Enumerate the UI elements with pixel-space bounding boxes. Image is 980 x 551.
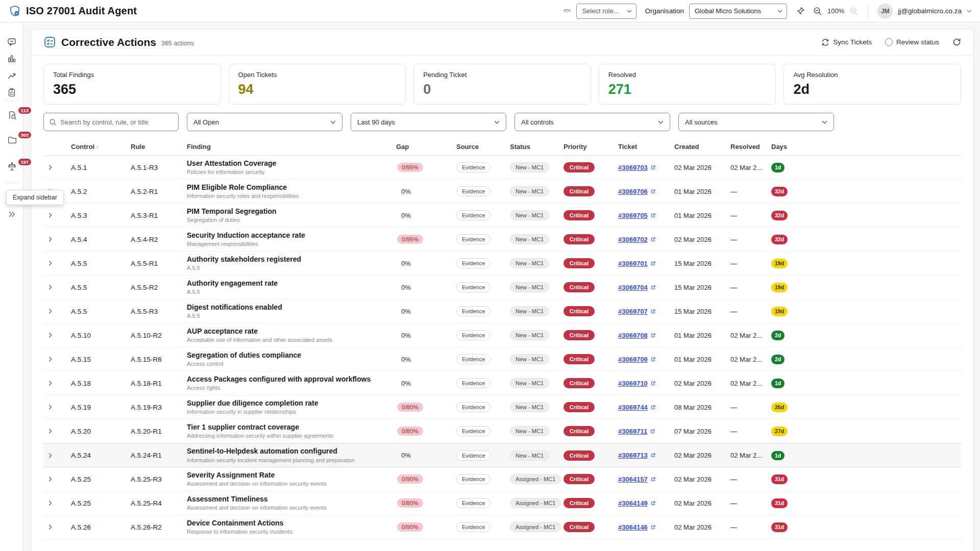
source-badge: Evidence [456, 186, 491, 196]
sidebar-item-cases[interactable]: 302 [0, 131, 23, 147]
user-avatar[interactable]: JM [877, 4, 893, 19]
ticket-link[interactable]: #3069711 [618, 428, 647, 435]
ticket-link[interactable]: #3064146 [618, 523, 648, 531]
ticket-link[interactable]: #3069705 [618, 212, 648, 219]
finding-title: Assessment Timeliness [187, 495, 396, 504]
filter-status-dropdown[interactable]: All Open [187, 113, 342, 131]
table-row[interactable]: A.5.18 A.5.18-R1 Access Packages configu… [43, 371, 961, 395]
expand-sidebar-button[interactable] [0, 206, 23, 222]
role-view-eye-icon [563, 7, 571, 15]
sidebar: 113 302 197 [0, 22, 23, 551]
sidebar-item-checklist[interactable] [0, 84, 23, 101]
ticket-link[interactable]: #3069708 [618, 332, 648, 339]
sidebar-item-compliance[interactable]: 197 [0, 158, 23, 174]
table-row[interactable]: A.5.10 A.5.10-R2 AUP acceptance rate Acc… [43, 323, 961, 347]
column-header-rule[interactable]: Rule↑ [131, 143, 187, 151]
row-expand-chevron-icon[interactable] [47, 380, 53, 386]
column-header-control[interactable]: Control↑ [71, 143, 131, 151]
row-expand-chevron-icon[interactable] [47, 500, 53, 506]
column-header-label: Gap [396, 143, 409, 151]
row-expand-chevron-icon[interactable] [47, 404, 53, 410]
table-row[interactable]: A.5.25 A.5.25-R3 Severity Assignment Rat… [43, 467, 961, 491]
column-header-resolved[interactable]: Resolved↑ [730, 143, 771, 151]
zoom-out-icon[interactable] [813, 7, 822, 16]
sidebar-item-chat[interactable] [0, 34, 23, 50]
role-select[interactable]: Select role... [576, 4, 636, 19]
review-status-radio[interactable] [885, 38, 893, 46]
table-row[interactable]: A.5.3 A.5.3-R1 PIM Temporal Segregation … [43, 204, 961, 228]
sidebar-item-findings[interactable]: 113 [0, 107, 23, 123]
sync-tickets-button[interactable]: Sync Tickets [821, 38, 872, 46]
column-header-gap[interactable]: Gap↑ [396, 143, 456, 151]
table-row[interactable]: A.5.19 A.5.19-R3 Supplier due diligence … [43, 395, 961, 419]
row-expand-chevron-icon[interactable] [47, 236, 53, 242]
user-menu-chevron-icon[interactable] [967, 10, 972, 13]
column-header-ticket[interactable]: Ticket↑ [618, 143, 674, 151]
ticket-link[interactable]: #3069706 [618, 188, 648, 195]
row-expand-chevron-icon[interactable] [47, 453, 53, 459]
row-expand-chevron-icon[interactable] [47, 308, 53, 314]
sidebar-item-bar-chart[interactable] [0, 51, 23, 67]
table-row[interactable]: A.5.2 A.5.2-R1 PIM Eligible Role Complia… [43, 180, 961, 204]
ticket-link[interactable]: #3069702 [618, 236, 648, 243]
review-status-label: Review status [896, 38, 939, 46]
filter-daterange-dropdown[interactable]: Last 90 days [351, 113, 506, 131]
row-expand-chevron-icon[interactable] [47, 476, 53, 482]
search-input[interactable] [60, 118, 173, 126]
ticket-link[interactable]: #3064157 [618, 475, 648, 483]
row-expand-chevron-icon[interactable] [47, 284, 53, 290]
ticket-link[interactable]: #3064149 [618, 499, 648, 507]
row-expand-chevron-icon[interactable] [47, 524, 53, 530]
table-row[interactable]: A.5.1 A.5.1-R3 User Attestation Coverage… [43, 156, 961, 180]
table-row[interactable]: A.5.5 A.5.5-R3 Digest notifications enab… [43, 299, 961, 323]
filter-controls-dropdown[interactable]: All controls [514, 113, 670, 131]
table-row[interactable]: A.5.25 A.5.25-R4 Assessment Timeliness A… [43, 491, 961, 515]
ticket-link[interactable]: #3069704 [618, 284, 648, 291]
days-badge: 32d [771, 187, 788, 196]
ticket-link[interactable]: #3069744 [618, 404, 648, 411]
row-expand-chevron-icon[interactable] [47, 212, 53, 218]
table-row[interactable]: A.5.26 A.5.26-R2 Device Containment Acti… [43, 515, 961, 539]
table-row[interactable]: A.5.20 A.5.20-R1 Tier 1 supplier contrac… [43, 419, 961, 443]
refresh-button[interactable] [952, 38, 961, 46]
row-expand-chevron-icon[interactable] [47, 356, 53, 362]
column-header-label: Days [771, 143, 787, 151]
stat-label: Avg Resolution [793, 71, 951, 79]
review-status-toggle[interactable]: Review status [885, 38, 939, 46]
ticket-link[interactable]: #3069703 [618, 164, 648, 171]
column-header-created[interactable]: Created↑ [674, 143, 730, 151]
stat-label: Pending Ticket [423, 71, 581, 79]
row-expand-chevron-icon[interactable] [47, 260, 53, 266]
ticket-link[interactable]: #3069709 [618, 356, 648, 363]
pin-icon[interactable] [796, 7, 805, 15]
table-row[interactable]: A.5.4 A.5.4-R2 Security Induction accept… [43, 228, 961, 252]
ticket-link[interactable]: #3069710 [618, 380, 648, 387]
column-header-status[interactable]: Status↑ [510, 143, 564, 151]
column-header-priority[interactable]: Priority↑ [564, 143, 618, 151]
table-row[interactable]: A.5.5 A.5.5-R2 Authority engagement rate… [43, 276, 961, 299]
column-header-finding[interactable]: Finding↑ [187, 143, 396, 151]
filter-sources-dropdown[interactable]: All sources [678, 113, 834, 131]
table-row[interactable]: A.5.15 A.5.15-R6 Segregation of duties c… [43, 347, 961, 371]
bar-chart-icon [7, 54, 17, 64]
gap-value: 0% [396, 260, 411, 267]
column-header-days[interactable]: Days↑ [771, 143, 817, 151]
control-cell: A.5.3 [71, 212, 131, 219]
ticket-link[interactable]: #3069713 [618, 452, 648, 459]
column-header-source[interactable]: Source↑ [456, 143, 510, 151]
row-expand-chevron-icon[interactable] [47, 332, 53, 338]
days-badge: 31d [771, 522, 788, 532]
row-expand-chevron-icon[interactable] [47, 428, 53, 434]
organisation-select[interactable]: Global Micro Solutions [689, 4, 787, 19]
sidebar-item-trend[interactable] [0, 67, 23, 84]
table-row[interactable]: A.5.24 A.5.24-R1 Sentinel-to-Helpdesk au… [43, 443, 961, 467]
search-box[interactable] [43, 113, 179, 131]
ticket-link[interactable]: #3069707 [618, 308, 648, 315]
table-row[interactable]: A.5.5 A.5.5-R1 Authority stakeholders re… [43, 252, 961, 276]
chat-icon [7, 37, 17, 47]
ticket-link[interactable]: #3069701 [618, 260, 648, 267]
corrective-actions-icon [43, 36, 56, 48]
row-expand-chevron-icon[interactable] [47, 164, 53, 170]
sync-icon [821, 38, 829, 46]
zoom-in-icon[interactable] [849, 7, 859, 16]
